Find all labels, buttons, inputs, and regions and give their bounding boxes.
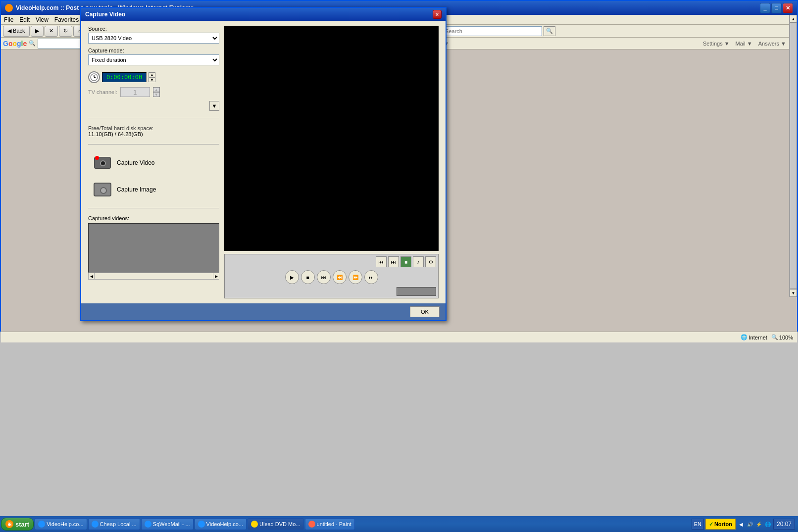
capture-mode-row: Capture mode: Fixed duration [88,48,219,65]
video-icon-prev[interactable]: ⏮ [376,256,387,267]
video-icon-settings[interactable]: ⚙ [425,256,436,267]
taskbar-icon-1 [92,521,99,528]
menu-view[interactable]: View [36,16,49,23]
disk-space-section: Free/Total hard disk space: 11.10(GB) / … [88,125,219,137]
video-icon-next[interactable]: ⏭ [388,256,399,267]
stop-button[interactable]: ■ [301,270,315,284]
taskbar-label-5: untitled - Paint [317,521,351,527]
dialog-title: Capture Video [85,11,433,18]
scroll-up-button[interactable]: ▲ [790,15,797,23]
globe-icon: 🌐 [741,334,748,340]
status-bar: 🌐 Internet 🔍 100% [1,332,797,342]
playback-controls: ▶ ■ ⏮ ⏪ ⏩ ⏭ [227,270,436,284]
zoom-icon: 🔍 [771,334,778,340]
capture-video-label: Capture Video [117,159,155,166]
scroll-down-button[interactable]: ▼ [790,289,797,297]
search-input[interactable] [443,26,542,36]
disk-space-value: 11.10(GB) / 64.28(GB) [88,131,219,137]
captured-videos-label: Captured videos: [88,215,219,221]
norton-check-icon: ✓ [709,521,713,528]
rewind-button[interactable]: ⏪ [333,270,347,284]
taskbar-label-3: VideoHelp.co... [206,521,243,527]
dialog-close-button[interactable]: × [433,10,442,19]
zoom-level: 100% [779,335,793,340]
skip-back-button[interactable]: ⏮ [317,270,331,284]
taskbar-item-1[interactable]: Cheap Local ... [88,518,140,530]
play-button[interactable]: ▶ [285,270,299,284]
internet-status: 🌐 Internet [741,334,767,340]
minimize-button[interactable]: _ [760,3,770,13]
taskbar-right: EN ✓ Norton ◀ 🔊 ⚡ 🌐 20:07 [690,519,797,530]
captured-videos-section: Captured videos: ◀ ▶ [88,215,219,280]
divider-1 [88,118,219,118]
tv-up-button[interactable]: ▲ [153,87,160,92]
tray-icon-4: 🌐 [764,520,772,528]
taskbar-item-5[interactable]: untitled - Paint [305,518,355,530]
video-top-icons: ⏮ ⏭ ■ ♪ ⚙ [227,256,436,267]
taskbar-icon-2 [145,521,151,528]
taskbar-item-0[interactable]: VideoHelp.co... [35,518,87,530]
maximize-button[interactable]: □ [771,3,782,13]
tv-channel-spinner: ▲ ▼ [153,87,161,97]
video-icon-audio[interactable]: ♪ [413,256,424,267]
time-display: 20:07 [773,519,795,530]
menu-edit[interactable]: Edit [19,16,30,23]
timer-up-button[interactable]: ▲ [149,72,155,77]
mail-label[interactable]: Mail ▼ [736,41,752,47]
scroll-right-button[interactable]: ▶ [213,273,219,279]
taskbar-label-0: VideoHelp.co... [47,521,83,527]
search-button[interactable]: 🔍 [544,26,555,36]
fast-forward-button[interactable]: ⏩ [349,270,362,284]
stop-button[interactable]: ✕ [45,26,58,37]
google-search-label: 🔍 [29,40,36,47]
tv-channel-label: TV channel: [88,89,117,95]
capture-mode-select[interactable]: Fixed duration [88,54,219,65]
captured-videos-area[interactable] [88,223,219,273]
forward-button[interactable]: ▶ [31,26,44,37]
internet-label: Internet [749,335,767,340]
expand-row: ▼ [88,101,219,111]
tv-channel-input[interactable] [120,87,150,97]
taskbar-label-4: Ulead DVD Mo... [259,521,300,527]
scroll-thumb[interactable] [790,23,797,289]
expand-button[interactable]: ▼ [209,101,219,111]
browser-close-button[interactable]: ✕ [783,3,793,13]
answers-label[interactable]: Answers ▼ [758,41,786,47]
tv-channel-row: TV channel: ▲ ▼ [88,87,219,97]
tv-down-button[interactable]: ▼ [153,92,160,97]
source-select[interactable]: USB 2820 Video [88,33,219,44]
taskbar-item-2[interactable]: SqWebMail - ... [141,518,194,530]
tray-icon-3: ⚡ [755,520,763,528]
video-icon-display[interactable]: ■ [400,256,411,267]
scroll-left-button[interactable]: ◀ [89,273,95,279]
menu-favorites[interactable]: Favorites [54,16,79,23]
scroll-track: ▲ ▼ [789,15,797,297]
menu-file[interactable]: File [4,16,13,23]
timer-down-button[interactable]: ▼ [149,77,155,82]
skip-forward-button[interactable]: ⏭ [364,270,378,284]
ok-button[interactable]: OK [410,306,440,317]
start-label: start [15,521,29,528]
horizontal-scrollbar[interactable]: ◀ ▶ [88,273,219,280]
dialog-left-panel: Source: USB 2820 Video Capture mode: Fix… [88,26,219,298]
settings-label[interactable]: Settings ▼ [703,41,730,47]
capture-image-icon [92,181,113,198]
clock-icon [88,71,100,83]
taskbar-item-3[interactable]: VideoHelp.co... [195,518,247,530]
start-button[interactable]: ⊞ start [1,518,34,531]
capture-image-label: Capture Image [117,186,156,193]
taskbar-item-4[interactable]: Ulead DVD Mo... [248,518,304,530]
source-label: Source: [88,26,219,32]
capture-image-button[interactable]: Capture Image [88,178,219,201]
source-row: Source: USB 2820 Video [88,26,219,44]
tray-icon-1: ◀ [737,520,745,528]
refresh-button[interactable]: ↻ [59,26,72,37]
capture-video-button[interactable]: Capture Video [88,151,219,174]
record-button[interactable] [397,287,436,296]
ie-icon [5,4,13,12]
google-logo: Google [3,40,27,48]
capture-mode-label: Capture mode: [88,48,219,53]
back-button[interactable]: ◀ Back [3,26,30,37]
disk-space-label: Free/Total hard disk space: [88,125,219,131]
dialog-right-panel: ⏮ ⏭ ■ ♪ ⚙ ▶ ■ ⏮ ⏪ ⏩ ⏭ [224,26,439,298]
